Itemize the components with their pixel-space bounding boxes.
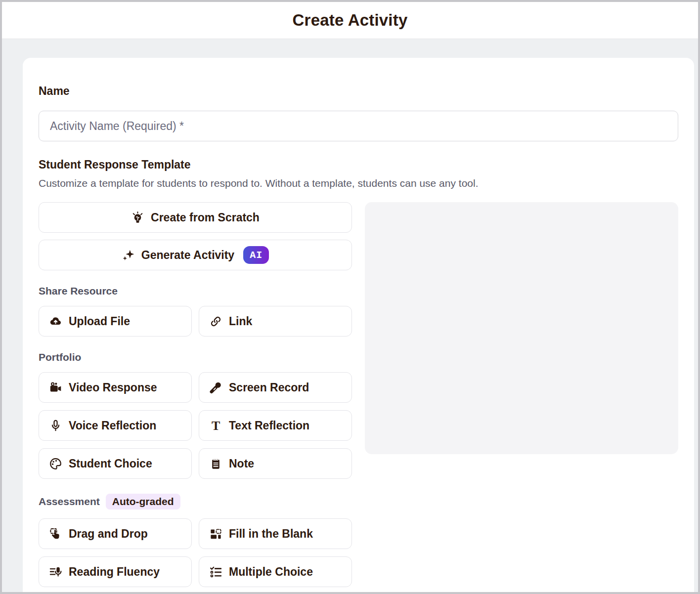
checklist-icon bbox=[209, 565, 222, 579]
screen-record-button[interactable]: Screen Record bbox=[199, 372, 352, 403]
portfolio-grid: Video Response Screen Record bbox=[39, 372, 352, 479]
page-title: Create Activity bbox=[293, 11, 408, 30]
link-button[interactable]: Link bbox=[199, 306, 352, 337]
screen-record-label: Screen Record bbox=[229, 381, 309, 394]
auto-graded-badge: Auto-graded bbox=[106, 494, 180, 509]
lightbulb-icon bbox=[131, 211, 144, 224]
activity-name-input[interactable] bbox=[39, 111, 678, 141]
text-reflection-label: Text Reflection bbox=[229, 419, 309, 432]
drag-hand-icon bbox=[49, 527, 62, 541]
assessment-header: Assessment Auto-graded bbox=[39, 494, 352, 509]
handheld-mic-icon bbox=[209, 381, 222, 394]
ai-badge: AI bbox=[243, 246, 269, 264]
create-from-scratch-label: Create from Scratch bbox=[151, 211, 260, 224]
reading-mic-icon bbox=[49, 565, 62, 579]
fill-in-the-blank-label: Fill in the Blank bbox=[229, 527, 313, 541]
student-choice-label: Student Choice bbox=[69, 457, 152, 470]
dialog-header: Create Activity bbox=[2, 2, 698, 39]
template-heading: Student Response Template bbox=[39, 158, 678, 171]
svg-text:T: T bbox=[212, 419, 220, 432]
fill-in-the-blank-button[interactable]: Fill in the Blank bbox=[199, 518, 352, 549]
text-t-icon: T bbox=[209, 419, 222, 432]
template-description: Customize a template for students to res… bbox=[39, 177, 678, 189]
link-icon bbox=[209, 315, 222, 328]
share-resource-grid: Upload File Link bbox=[39, 306, 352, 337]
text-reflection-button[interactable]: T Text Reflection bbox=[199, 410, 352, 441]
upload-cloud-icon bbox=[49, 315, 62, 328]
template-preview-panel bbox=[365, 202, 678, 454]
multiple-choice-label: Multiple Choice bbox=[229, 565, 313, 579]
palette-icon bbox=[49, 457, 62, 470]
assessment-grid: Drag and Drop Fill in the Blank bbox=[39, 518, 352, 587]
microphone-icon bbox=[49, 419, 62, 432]
reading-fluency-label: Reading Fluency bbox=[69, 565, 160, 579]
multiple-choice-button[interactable]: Multiple Choice bbox=[199, 556, 352, 587]
assessment-label: Assessment bbox=[39, 496, 100, 508]
note-button[interactable]: Note bbox=[199, 448, 352, 479]
generate-activity-label: Generate Activity bbox=[141, 249, 234, 262]
create-from-scratch-button[interactable]: Create from Scratch bbox=[39, 202, 352, 233]
drag-and-drop-label: Drag and Drop bbox=[69, 527, 148, 541]
link-label: Link bbox=[229, 315, 252, 328]
portfolio-label: Portfolio bbox=[39, 351, 352, 363]
reading-fluency-button[interactable]: Reading Fluency bbox=[39, 556, 192, 587]
create-activity-card: Name Student Response Template Customize… bbox=[23, 58, 694, 594]
upload-file-button[interactable]: Upload File bbox=[39, 306, 192, 337]
sparkles-icon bbox=[122, 249, 135, 262]
generate-activity-button[interactable]: Generate Activity AI bbox=[39, 240, 352, 270]
template-options-column: Create from Scratch Generate Activity AI… bbox=[39, 202, 352, 587]
voice-reflection-button[interactable]: Voice Reflection bbox=[39, 410, 192, 441]
video-camera-icon bbox=[49, 381, 62, 394]
video-response-button[interactable]: Video Response bbox=[39, 372, 192, 403]
notepad-icon bbox=[209, 457, 222, 470]
video-response-label: Video Response bbox=[69, 381, 157, 394]
student-choice-button[interactable]: Student Choice bbox=[39, 448, 192, 479]
voice-reflection-label: Voice Reflection bbox=[69, 419, 156, 432]
share-resource-label: Share Resource bbox=[39, 285, 352, 297]
note-label: Note bbox=[229, 457, 254, 470]
name-label: Name bbox=[39, 85, 678, 98]
drag-and-drop-button[interactable]: Drag and Drop bbox=[39, 518, 192, 549]
upload-file-label: Upload File bbox=[69, 315, 130, 328]
blocks-icon bbox=[209, 527, 222, 541]
